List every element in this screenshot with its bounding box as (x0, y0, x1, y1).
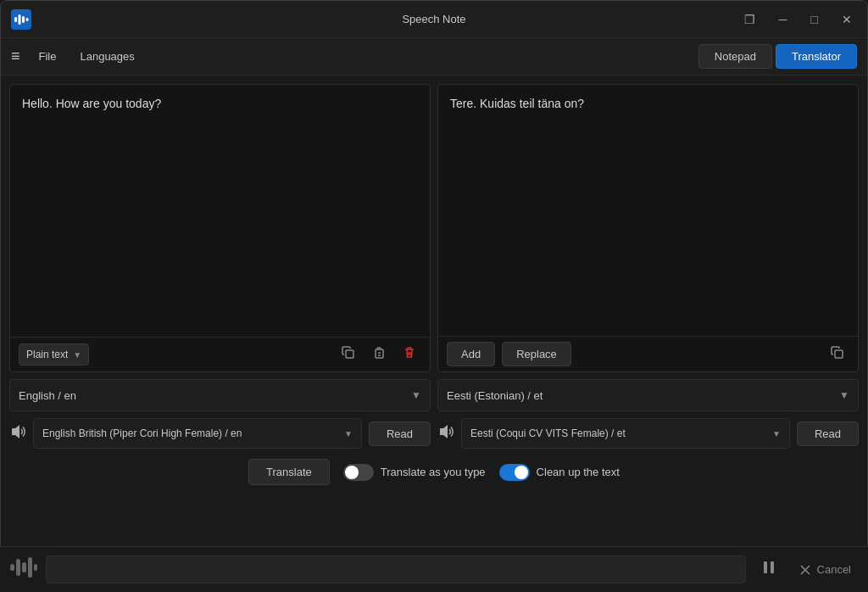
app-icon (11, 9, 31, 30)
tab-group: Notepad Translator (698, 44, 857, 69)
translate-button[interactable]: Translate (248, 459, 330, 485)
source-panel-footer: Plain text ▼ (10, 337, 430, 371)
source-panel: Plain text ▼ (9, 84, 431, 372)
source-voice-chevron-icon: ▼ (344, 429, 353, 438)
target-voice-wrapper: Eesti (Coqui CV VITS Female) / et ▼ (461, 418, 790, 449)
menubar: ≡ File Languages Notepad Translator (1, 38, 867, 75)
svg-rect-14 (34, 564, 37, 571)
pause-button[interactable] (754, 556, 783, 583)
format-chevron-icon: ▼ (73, 350, 81, 360)
source-tts-panel: English British (Piper Cori High Female)… (9, 418, 431, 449)
svg-rect-7 (835, 350, 843, 358)
waveform-icon (10, 556, 37, 584)
file-menu[interactable]: File (34, 47, 62, 66)
target-speaker-icon (437, 423, 454, 444)
add-button[interactable]: Add (447, 342, 495, 366)
clean-up-group: Clean up the text (499, 464, 620, 481)
svg-rect-12 (22, 562, 26, 572)
svg-rect-15 (764, 561, 767, 573)
window-title: Speech Note (402, 13, 465, 25)
svg-rect-4 (26, 18, 29, 21)
paste-source-button[interactable] (367, 343, 391, 366)
copy-target-icon (831, 346, 844, 360)
pause-icon (761, 560, 776, 575)
target-tts-panel: Eesti (Coqui CV VITS Female) / et ▼ Read (437, 418, 859, 449)
translate-type-toggle[interactable] (343, 464, 374, 481)
bottom-bar: Cancel (0, 546, 868, 592)
svg-rect-3 (22, 16, 25, 23)
svg-rect-1 (14, 17, 17, 22)
cleanup-toggle-knob (515, 466, 528, 479)
clear-source-button[interactable] (398, 343, 421, 366)
svg-rect-11 (16, 559, 20, 576)
svg-rect-16 (771, 561, 774, 573)
source-read-button[interactable]: Read (369, 422, 431, 446)
target-lang-select[interactable]: Eesti (Estonian) / et English / en Germa… (447, 389, 834, 402)
menubar-left: ≡ File Languages (11, 47, 140, 66)
source-textarea[interactable] (10, 85, 430, 337)
cancel-button[interactable]: Cancel (792, 560, 858, 580)
restore-button[interactable]: ❐ (739, 11, 760, 28)
tab-notepad[interactable]: Notepad (698, 44, 772, 69)
svg-rect-2 (19, 14, 21, 25)
cleanup-toggle[interactable] (499, 464, 530, 481)
target-lang-chevron-icon: ▼ (839, 389, 849, 401)
text-areas-row: Plain text ▼ (9, 84, 859, 372)
target-voice-chevron-icon: ▼ (772, 429, 781, 438)
target-panel-footer: Add Replace (438, 336, 858, 371)
close-button[interactable]: ✕ (837, 11, 857, 28)
source-lang-wrapper: English / en Estonian / et German / de F… (9, 379, 431, 411)
source-voice-select[interactable]: English British (Piper Cori High Female)… (42, 427, 341, 439)
source-speaker-icon (9, 423, 26, 444)
main-content: Plain text ▼ (1, 75, 867, 497)
copy-target-button[interactable] (826, 343, 849, 366)
target-voice-select[interactable]: Eesti (Coqui CV VITS Female) / et (470, 427, 769, 439)
source-lang-chevron-icon: ▼ (411, 389, 421, 401)
cancel-label: Cancel (817, 563, 851, 576)
target-textarea[interactable] (438, 85, 858, 336)
source-voice-wrapper: English British (Piper Cori High Female)… (33, 418, 362, 449)
svg-rect-10 (10, 564, 14, 571)
hamburger-icon[interactable]: ≡ (11, 47, 20, 65)
format-label: Plain text (26, 349, 68, 360)
translate-as-you-type-group: Translate as you type (343, 464, 486, 481)
svg-rect-5 (346, 350, 353, 358)
titlebar-left (11, 9, 31, 30)
tab-translator[interactable]: Translator (776, 44, 857, 69)
titlebar: Speech Note ❐ ─ □ ✕ (1, 1, 867, 38)
cleanup-label: Clean up the text (537, 466, 620, 478)
maximize-button[interactable]: □ (806, 11, 823, 28)
minimize-button[interactable]: ─ (774, 11, 793, 28)
copy-source-button[interactable] (337, 343, 360, 366)
language-row: English / en Estonian / et German / de F… (9, 379, 859, 411)
trash-icon (403, 346, 416, 360)
svg-marker-9 (440, 425, 448, 438)
controls-row: Translate Translate as you type Clean up… (9, 455, 859, 489)
translate-type-label: Translate as you type (381, 466, 486, 478)
replace-button[interactable]: Replace (502, 342, 571, 366)
paste-icon (372, 346, 386, 360)
titlebar-controls: ❐ ─ □ ✕ (739, 11, 857, 28)
tts-row: English British (Piper Cori High Female)… (9, 418, 859, 449)
copy-icon (342, 346, 355, 360)
target-lang-wrapper: Eesti (Estonian) / et English / en Germa… (437, 379, 859, 411)
target-read-button[interactable]: Read (797, 422, 859, 446)
bottom-input[interactable] (46, 556, 746, 584)
languages-menu[interactable]: Languages (75, 47, 139, 66)
source-lang-select[interactable]: English / en Estonian / et German / de F… (19, 389, 406, 402)
svg-marker-8 (12, 425, 19, 438)
cancel-icon (798, 563, 812, 577)
format-dropdown[interactable]: Plain text ▼ (19, 343, 89, 366)
svg-rect-6 (376, 349, 383, 358)
target-panel: Add Replace (437, 84, 859, 372)
translate-type-toggle-knob (345, 466, 359, 479)
svg-rect-13 (28, 557, 32, 578)
